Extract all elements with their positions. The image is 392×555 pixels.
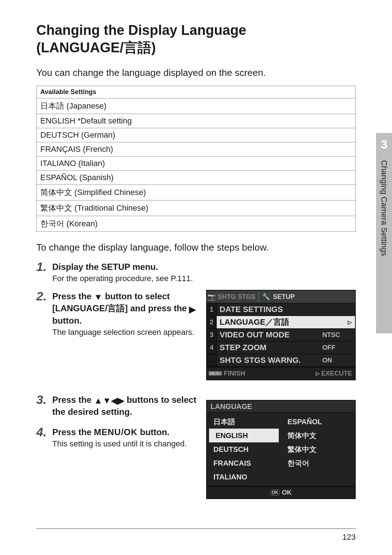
setting-row: 日本語 (Japanese) — [37, 98, 356, 114]
step-2-desc: The language selection screen appears. — [52, 328, 197, 337]
footer-finish: FINISH — [224, 370, 316, 377]
row-index — [207, 354, 217, 366]
setting-row: ENGLISH *Default setting — [37, 114, 356, 128]
step-2-title: Press the button to select [LANGUAGE/言語]… — [52, 291, 197, 326]
ok-badge-icon: OK — [270, 490, 280, 495]
step-4-desc: This setting is used until it is changed… — [52, 439, 197, 449]
language-item[interactable]: ITALIANO — [207, 470, 281, 484]
chapter-number: 3 — [381, 137, 388, 151]
text: button. — [52, 316, 82, 325]
right-arrow-icon — [189, 304, 196, 315]
available-settings-table: Available Settings 日本語 (Japanese) ENGLIS… — [36, 86, 356, 232]
setting-row: FRANÇAIS (French) — [37, 142, 356, 157]
step-4-title: Press the MENU/OK button. — [52, 426, 197, 438]
row-index: 3 — [207, 329, 217, 341]
step-3-title: Press the buttons to select the desired … — [52, 394, 197, 417]
title-line1: Changing the Display Language — [36, 23, 246, 38]
language-item[interactable]: FRANCAIS — [207, 456, 281, 470]
step-2: 2. Press the button to select [LANGUAGE/… — [36, 290, 197, 337]
lead-text: To change the display language, follow t… — [36, 242, 356, 253]
left-arrow-icon — [111, 395, 118, 406]
down-arrow-icon — [103, 395, 111, 406]
step-number: 2. — [36, 290, 52, 302]
step-3: 3. Press the buttons to select the desir… — [36, 393, 197, 419]
settings-header: Available Settings — [37, 86, 356, 98]
step-1: 1. Display the SETUP menu. For the opera… — [36, 260, 356, 283]
text: Press the — [52, 395, 94, 405]
menu-row[interactable]: 1 DATE SETTINGS — [207, 303, 355, 316]
tab-setup: SETUP — [271, 293, 355, 301]
row-index: 1 — [207, 303, 217, 316]
menu-row[interactable]: 3 VIDEO OUT MODE NTSC — [207, 328, 355, 341]
menu-badge-icon: MENU — [208, 371, 222, 376]
row-label: STEP ZOOM — [217, 343, 322, 352]
language-item[interactable]: 繁体中文 — [281, 442, 355, 456]
page-number: 123 — [342, 532, 356, 542]
camera-icon: 📷 — [207, 293, 216, 301]
step-number: 1. — [36, 260, 52, 273]
setting-row: DEUTSCH (German) — [37, 128, 356, 142]
step-number: 3. — [36, 393, 52, 406]
menu-ok-label: MENU/OK — [94, 427, 138, 437]
text: Press the — [52, 291, 94, 301]
up-arrow-icon — [94, 395, 103, 406]
row-label: VIDEO OUT MODE — [217, 330, 322, 340]
language-item[interactable]: 日本語 — [207, 415, 281, 429]
row-index: 2 — [207, 316, 217, 328]
step-1-title: Display the SETUP menu. — [52, 261, 356, 272]
language-item[interactable]: 한국어 — [281, 456, 355, 470]
right-arrow-icon: ▷ — [316, 370, 320, 376]
text: Press the — [52, 427, 94, 437]
title-line2: (LANGUAGE/言語) — [36, 40, 156, 55]
menu-row[interactable]: 4 STEP ZOOM OFF — [207, 341, 355, 354]
language-item-selected[interactable]: ENGLISH — [209, 429, 279, 442]
ok-label: OK — [282, 489, 292, 497]
wrench-icon: 🔧 — [261, 293, 271, 301]
language-item[interactable]: ESPAÑOL — [281, 415, 355, 429]
step-number: 4. — [36, 426, 52, 438]
row-value: NTSC — [322, 331, 348, 339]
language-item[interactable]: 简体中文 — [281, 429, 355, 442]
camera-menu-setup: 📷 SHTG STGS 🔧 SETUP 1 DATE SETTINGS 2 — [206, 290, 356, 380]
side-tab: 3 Changing Camera Settings — [376, 133, 392, 333]
row-index: 4 — [207, 341, 217, 354]
footer-execute: EXECUTE — [321, 370, 355, 377]
text: button. — [138, 427, 170, 437]
step-1-desc: For the operating procedure, see P.111. — [52, 274, 356, 283]
row-label: LANGUAGE／言語 — [217, 317, 322, 328]
bottom-rule — [36, 528, 356, 529]
step-4: 4. Press the MENU/OK button. This settin… — [36, 426, 197, 449]
tab-divider — [258, 291, 259, 302]
menu-row-selected[interactable]: 2 LANGUAGE／言語 ▷ — [207, 316, 355, 328]
setting-row: ITALIANO (Italian) — [37, 157, 356, 171]
chapter-label: Changing Camera Settings — [379, 160, 389, 256]
intro-text: You can change the language displayed on… — [36, 67, 356, 78]
language-item-empty — [281, 470, 355, 484]
row-value: ON — [322, 357, 348, 364]
menu-row[interactable]: SHTG STGS WARNG. ON — [207, 354, 355, 366]
setting-row: 繁体中文 (Traditional Chinese) — [37, 200, 356, 216]
right-arrow-icon — [118, 395, 124, 406]
down-arrow-icon — [94, 291, 103, 303]
row-arrow: ▷ — [348, 319, 355, 325]
setting-row: 한국어 (Korean) — [37, 216, 356, 232]
setting-row: 简体中文 (Simplified Chinese) — [37, 185, 356, 200]
tab-shtg: SHTG STGS — [216, 293, 257, 301]
row-value: OFF — [322, 344, 348, 352]
row-label: SHTG STGS WARNG. — [217, 356, 322, 365]
camera-menu-language: LANGUAGE 日本語 ENGLISH DEUTSCH FRANCAIS IT… — [206, 400, 356, 499]
row-label: DATE SETTINGS — [217, 305, 322, 314]
language-item[interactable]: DEUTSCH — [207, 442, 281, 456]
page-title: Changing the Display Language (LANGUAGE/… — [36, 22, 356, 56]
setting-row: ESPAÑOL (Spanish) — [37, 171, 356, 185]
language-header: LANGUAGE — [207, 401, 355, 413]
